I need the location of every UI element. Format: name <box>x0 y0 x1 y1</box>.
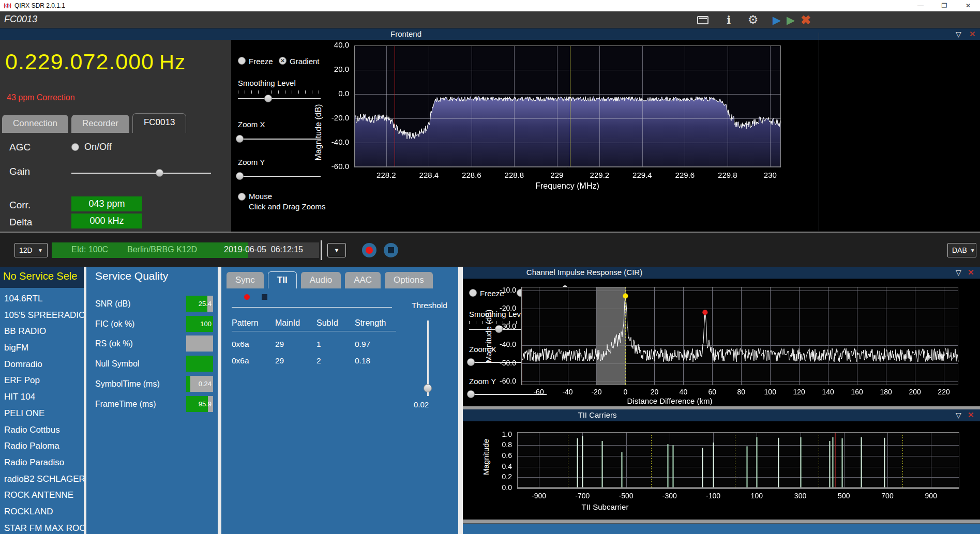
close-icon[interactable]: ✕ <box>956 0 980 11</box>
panel-edge-line <box>819 33 819 231</box>
smoothing-slider[interactable] <box>238 98 321 99</box>
quality-label: FrameTime (ms) <box>95 394 156 414</box>
info-icon[interactable]: ℹ <box>722 13 735 27</box>
frequency-unit: Hz <box>159 51 186 73</box>
service-item[interactable]: ROCKLAND <box>0 504 84 520</box>
zoom-x-slider[interactable] <box>238 139 321 140</box>
collapse-icon[interactable]: ▽ <box>956 29 961 39</box>
play-icon[interactable]: ▶ <box>770 13 783 27</box>
close-panel-icon[interactable]: ✕ <box>968 410 974 420</box>
column-header: Strength <box>355 318 396 328</box>
record-button[interactable] <box>362 243 376 257</box>
service-item[interactable]: HIT 104 <box>0 389 84 405</box>
quality-value: 0.24 <box>199 376 212 392</box>
quality-row: SNR (dB)25.4 <box>86 294 218 314</box>
tab-recorder[interactable]: Recorder <box>71 115 129 133</box>
tab-tii[interactable]: TII <box>268 271 297 288</box>
service-item[interactable]: PELI ONE <box>0 405 84 422</box>
service-item[interactable]: Radio Paloma <box>0 438 84 454</box>
frontend-tabs: ConnectionRecorderFC0013 <box>2 114 186 133</box>
ensemble-id: EId: 100C <box>71 245 108 254</box>
table-row[interactable]: 0x6a2920.18 <box>232 353 396 369</box>
record-icon <box>366 247 373 254</box>
spectrum-chart[interactable] <box>310 41 812 191</box>
freeze-radio[interactable] <box>238 57 246 65</box>
sync-tii-panel: SyncTIIAudioAACOptions PatternMainIdSubI… <box>221 267 458 534</box>
agc-option-label: On/Off <box>84 142 112 152</box>
table-cell: 0.18 <box>355 356 396 365</box>
tii-carriers-header: TII Carriers ▽ ✕ <box>463 409 980 421</box>
settings-gear-icon[interactable]: ⚙ <box>746 13 760 27</box>
zoom-x-slider-thumb[interactable] <box>467 358 475 366</box>
service-item[interactable]: radioB2 SCHLAGER <box>0 471 84 487</box>
stop-button[interactable] <box>384 243 398 257</box>
tii-carriers-chart[interactable] <box>476 424 967 509</box>
table-row[interactable]: 0x6a2910.97 <box>232 336 396 353</box>
service-list: 104.6RTL105'5 SPREERADIOBB RADIObigFMDom… <box>0 288 84 534</box>
gain-slider-thumb[interactable] <box>156 169 163 177</box>
service-item[interactable]: Radio Cottbus <box>0 422 84 438</box>
zoom-x-slider-thumb[interactable] <box>236 135 244 143</box>
ensemble-name: Berlin/BRBG K12D <box>127 245 197 254</box>
tii-carriers-title: TII Carriers <box>520 410 675 419</box>
splitter-handle[interactable] <box>458 267 463 534</box>
gain-slider[interactable] <box>71 173 211 174</box>
collapse-icon[interactable]: ▽ <box>956 410 961 420</box>
play-alt-icon[interactable]: ▶ <box>784 13 797 27</box>
gradient-checkbox[interactable]: ✕ <box>279 57 287 65</box>
tab-connection[interactable]: Connection <box>2 115 68 133</box>
service-item[interactable]: 104.6RTL <box>0 291 84 307</box>
threshold-slider-thumb[interactable] <box>424 384 432 392</box>
tab-audio[interactable]: Audio <box>301 272 341 288</box>
frontend-header: Frontend ▽ ✕ <box>0 28 980 40</box>
channel-select[interactable]: 12D ▼ <box>14 243 48 257</box>
service-item[interactable]: BB RADIO <box>0 323 84 340</box>
service-item[interactable]: Radio Paradiso <box>0 454 84 471</box>
tab-sync[interactable]: Sync <box>227 272 264 288</box>
service-item[interactable]: bigFM <box>0 340 84 356</box>
tab-fc0013[interactable]: FC0013 <box>132 113 186 133</box>
service-item[interactable]: ROCK ANTENNE <box>0 487 84 504</box>
tab-options[interactable]: Options <box>385 272 433 288</box>
mouse-radio[interactable] <box>238 193 246 201</box>
spectrum-x-axis-label: Frequency (MHz) <box>516 181 619 191</box>
quality-label: SNR (dB) <box>95 294 130 314</box>
zoom-y-slider-thumb[interactable] <box>236 172 244 180</box>
spectrum-window-icon[interactable] <box>696 13 710 27</box>
table-cell: 29 <box>275 340 316 349</box>
tab-aac[interactable]: AAC <box>345 272 381 288</box>
zoom-y-slider-thumb[interactable] <box>467 390 475 398</box>
minimize-icon[interactable]: — <box>909 0 932 11</box>
quality-row: Null Symbol <box>86 354 218 374</box>
mode-select[interactable]: DAB ▼ <box>947 243 976 257</box>
close-panel-icon[interactable]: ✕ <box>968 267 974 277</box>
cir-title: Channel Impulse Response (CIR) <box>507 268 662 277</box>
panel-divider <box>463 520 980 523</box>
smoothing-slider-thumb[interactable] <box>264 95 272 102</box>
channel-value: 12D <box>19 246 33 254</box>
zoom-y-slider[interactable] <box>238 176 321 177</box>
column-header: MainId <box>275 318 316 328</box>
dropdown-button[interactable]: ▼ <box>327 243 346 257</box>
service-item[interactable]: ERF Pop <box>0 372 84 389</box>
restore-icon[interactable]: ❐ <box>932 0 956 11</box>
service-item[interactable]: 105'5 SPREERADIO <box>0 307 84 324</box>
table-cell: 1 <box>316 340 355 349</box>
threshold-slider[interactable] <box>427 321 429 396</box>
agc-radio[interactable] <box>71 143 79 151</box>
tii-dark-marker-icon <box>262 294 267 300</box>
stop-x-icon[interactable]: ✖ <box>798 13 813 27</box>
cir-chart[interactable] <box>476 282 967 406</box>
service-item[interactable]: STAR FM MAX ROCK <box>0 520 84 534</box>
qirx-window: QIRX SDR 2.0.1.1 — ❐ ✕ FC0013 ℹ ⚙ ▶ ▶ ✖ … <box>0 0 980 534</box>
close-panel-icon[interactable]: ✕ <box>969 29 976 39</box>
collapse-icon[interactable]: ▽ <box>956 268 961 277</box>
frequency-display[interactable]: 0.229.072.000Hz <box>5 49 186 74</box>
quality-label: RS (ok %) <box>95 333 133 354</box>
service-item[interactable]: Domradio <box>0 356 84 373</box>
table-cell: 2 <box>316 356 355 365</box>
splitter-handle[interactable] <box>218 267 221 534</box>
ensemble-datetime: 2019-06-05 06:12:15 <box>224 245 303 254</box>
threshold-label: Threshold <box>412 301 447 310</box>
smoothing-ticks <box>238 90 321 94</box>
